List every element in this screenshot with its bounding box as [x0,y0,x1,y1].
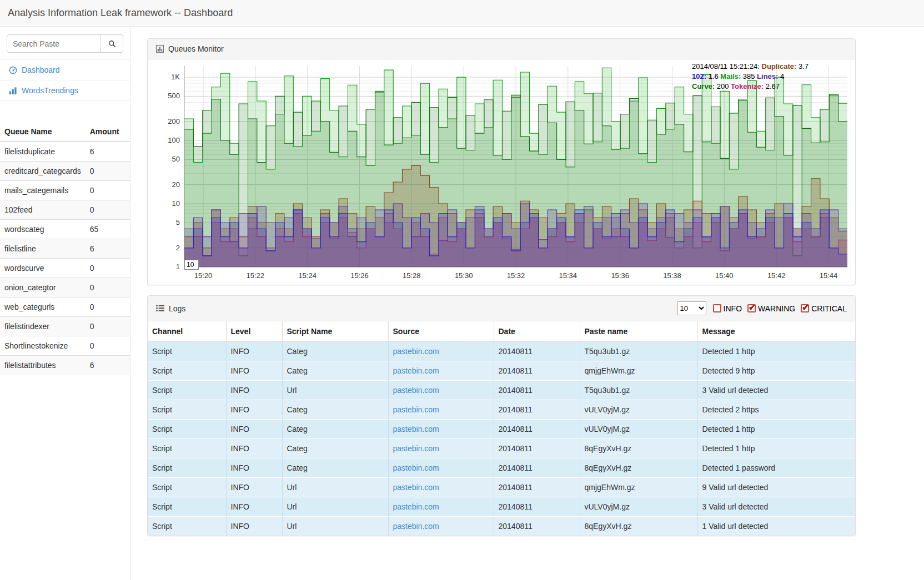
log-cell: INFO [226,361,282,381]
queue-amount-cell: 0 [86,162,130,181]
queue-amount-cell: 0 [86,336,130,356]
x-axis-label: 15:42 [767,271,786,280]
log-cell: 20140811 [494,478,580,497]
log-cell: INFO [226,400,282,420]
y-axis-label: 10 [172,199,180,208]
queue-row: creditcard_categcards0 [0,162,130,181]
log-row: ScriptINFOCategpastebin.com201408118qEgy… [148,458,855,478]
log-cell: INFO [226,381,282,400]
queue-row: 102feed0 [0,200,130,220]
logs-column-header: Paste name [580,321,697,342]
source-link[interactable]: pastebin.com [393,347,439,356]
logs-header-row: ChannelLevelScript NameSourceDatePaste n… [148,321,855,342]
source-link[interactable]: pastebin.com [393,463,439,472]
sidebar-item-wordstrendings[interactable]: WordsTrendings [0,80,130,101]
log-cell: pastebin.com [388,400,494,420]
log-cell: 9 Valid url detected [697,478,855,497]
queue-amount-cell: 0 [86,259,130,278]
legend-series-label: Curve: [692,82,715,90]
roll-period-input[interactable] [184,260,199,270]
log-cell: Detected 1 http [697,342,855,361]
legend-series-label: Mails: [720,72,741,80]
app-header: Analysis Information Leak framework -- D… [0,0,924,27]
logs-header: Logs 10 INFO WARNING [148,296,855,321]
x-axis-label: 15:40 [715,271,734,280]
log-cell: pastebin.com [388,478,494,497]
log-cell: Categ [282,361,388,381]
x-axis-label: 15:36 [611,271,629,280]
y-axis-label: 200 [168,117,180,125]
logs-page-size-select[interactable]: 10 [677,301,706,315]
source-link[interactable]: pastebin.com [393,386,439,395]
search-button[interactable] [101,34,123,53]
log-cell: vULV0yjM.gz [580,400,697,420]
queues-monitor-panel: Queues Monitor 1251020501002005001K15:20… [147,38,856,285]
log-cell: pastebin.com [388,342,494,361]
queue-name-cell: filelistattributes [0,356,86,375]
log-cell: Categ [282,342,388,361]
source-link[interactable]: pastebin.com [393,444,439,453]
main-content: Queues Monitor 1251020501002005001K15:20… [131,27,924,580]
y-axis-label: 2 [176,244,180,252]
log-cell: Url [282,517,388,536]
log-row: ScriptINFOCategpastebin.com20140811qmjgE… [148,361,855,381]
filter-info[interactable]: INFO [713,304,742,313]
list-icon [156,305,164,312]
log-cell: INFO [226,478,282,497]
queue-amount-cell: 65 [86,220,130,239]
sidebar: Dashboard WordsTrendings Queue Name Amou… [0,27,130,580]
x-axis-label: 15:26 [350,271,369,280]
x-axis-label: 15:44 [820,271,838,280]
panel-title: Queues Monitor [168,44,224,53]
source-link[interactable]: pastebin.com [393,425,439,433]
source-link[interactable]: pastebin.com [393,502,439,511]
legend-line: 2014/08/11 15:21:24: Duplicate: 3.7 [692,62,824,72]
search-input[interactable] [7,34,101,53]
queue-amount-cell: 6 [86,356,130,375]
log-cell: 8qEgyXvH.gz [580,458,697,478]
y-axis-label: 1K [171,73,180,81]
log-cell: Script [148,478,226,497]
log-cell: Script [148,381,226,400]
critical-checkbox[interactable] [801,304,809,312]
queue-name-cell: filelistduplicate [0,142,86,162]
dashboard-icon [9,66,17,74]
log-cell: 20140811 [494,381,580,400]
filter-warning[interactable]: WARNING [747,304,795,313]
log-cell: Url [282,497,388,517]
queue-row: wordscurve0 [0,259,130,278]
sidebar-item-label: WordsTrendings [22,86,78,95]
source-link[interactable]: pastebin.com [393,405,439,414]
search-icon [108,40,116,48]
source-link[interactable]: pastebin.com [393,483,439,492]
chart-icon [156,45,164,53]
log-cell: INFO [226,439,282,458]
x-axis-label: 15:34 [559,271,578,280]
log-cell: T5qu3ub1.gz [580,342,697,361]
log-cell: pastebin.com [388,458,494,478]
log-cell: Detected 1 http [697,439,855,458]
log-cell: 8qEgyXvH.gz [580,517,697,536]
info-checkbox[interactable] [713,304,721,312]
filter-critical[interactable]: CRITICAL [801,304,847,313]
log-cell: 20140811 [494,439,580,458]
log-cell: pastebin.com [388,439,494,458]
log-cell: qmjgEhWm.gz [580,478,697,497]
warning-checkbox[interactable] [747,304,756,312]
log-row: ScriptINFOUrlpastebin.com20140811T5qu3ub… [148,381,855,400]
source-link[interactable]: pastebin.com [393,522,439,531]
queue-amount-cell: 0 [86,200,130,220]
log-cell: Script [148,361,226,381]
source-link[interactable]: pastebin.com [393,366,439,375]
y-axis-label: 1 [176,263,180,271]
log-cell: INFO [226,517,282,536]
queue-row: mails_categemails0 [0,181,130,200]
queue-name-cell: web_categurls [0,297,86,317]
sidebar-item-dashboard[interactable]: Dashboard [0,59,130,80]
log-cell: T5qu3ub1.gz [580,381,697,400]
queue-row: filelistline6 [0,239,130,259]
legend-line: Curve: 200 Tokenize: 2.67 [692,82,824,92]
log-cell: INFO [226,497,282,517]
queue-table-body: filelistduplicate6creditcard_categcards0… [0,142,130,375]
queue-row: wordscateg65 [0,220,130,239]
